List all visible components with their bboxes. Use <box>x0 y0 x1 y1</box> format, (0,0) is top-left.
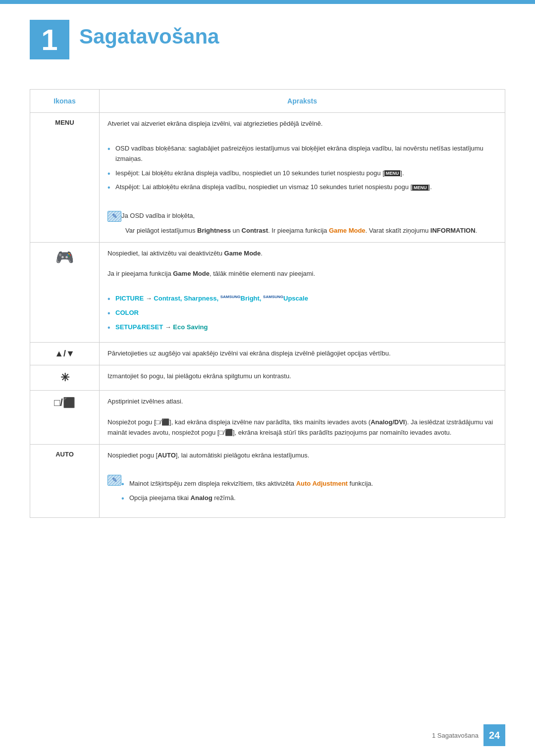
analog-dvi-text: Analog/DVI <box>371 418 405 426</box>
chapter-title: Sagatavošana <box>79 20 219 49</box>
table-row: MENU Atveriet vai aizveriet ekrāna displ… <box>30 113 505 242</box>
up-down-arrow-icon: ▲/▼ <box>54 349 75 358</box>
icon-cell-sun: ✳ <box>30 365 100 391</box>
picture-text: PICTURE <box>115 295 144 302</box>
game-mode-text: Game Mode <box>329 227 366 234</box>
arrow-text2: → <box>165 323 173 331</box>
game-mode-bold2: Game Mode <box>173 270 210 277</box>
footer-page-number: 24 <box>483 724 505 746</box>
magic-bright: Bright, <box>241 295 262 302</box>
monitor-desc-p1: Apstipriniet izvēlnes atlasi. <box>107 397 497 407</box>
brightness-text: Brightness <box>197 227 231 234</box>
desc-cell-menu: Atveriet vai aizveriet ekrāna displeja i… <box>100 113 505 242</box>
note-box: Ja OSD vadība ir bloķēta, <box>107 211 497 222</box>
gamepad-icon: 🎮 <box>55 249 74 266</box>
list-item: COLOR <box>107 306 497 320</box>
menu-icon-label: MENU <box>55 119 74 126</box>
auto-bold: AUTO <box>158 452 176 459</box>
main-table: Ikonas Apraksts MENU Atveriet vai aizver… <box>30 89 505 518</box>
gamepad-bullet-list: PICTURE → Contrast, Sharpness, SAMSUNGBr… <box>107 290 497 336</box>
auto-desc-p1: Nospiediet pogu [AUTO], lai automātiski … <box>107 451 497 461</box>
samsung-super1: SAMSUNG <box>220 295 241 299</box>
menu-bullet-list: OSD vadības bloķēšana: saglabājiet pašre… <box>107 140 497 197</box>
color-text: COLOR <box>115 309 139 316</box>
table-row: 🎮 Nospiediet, lai aktivizētu vai deaktiv… <box>30 242 505 343</box>
icon-cell-menu: MENU <box>30 113 100 242</box>
menu-tag: MENU <box>384 170 401 176</box>
desc-cell-auto: Nospiediet pogu [AUTO], lai automātiski … <box>100 444 505 517</box>
list-item: OSD vadības bloķēšana: saglabājiet pašre… <box>107 142 497 166</box>
menu-desc-p1: Atveriet vai aizveriet ekrāna displeja i… <box>107 119 497 129</box>
table-row: AUTO Nospiediet pogu [AUTO], lai automāt… <box>30 444 505 517</box>
table-row: □/⬛ Apstipriniet izvēlnes atlasi. Nospie… <box>30 391 505 444</box>
auto-adjustment-text: Auto Adjustment <box>296 480 348 487</box>
analog-text: Analog <box>191 494 213 502</box>
contrast-sharp-text: Contrast, Sharpness, <box>154 295 218 302</box>
icon-cell-monitor: □/⬛ <box>30 391 100 444</box>
menu-tag: MENU <box>412 185 428 191</box>
icon-cell-gamepad: 🎮 <box>30 242 100 343</box>
setup-reset-text: SETUP&RESET <box>115 323 163 331</box>
table-header-desc: Apraksts <box>100 90 505 113</box>
samsung-super2: SAMSUNG <box>263 295 283 299</box>
note-text: Ja OSD vadība ir bloķēta, <box>121 211 195 221</box>
desc-cell-arrows: Pārvietojieties uz augšējo vai apakšējo … <box>100 343 505 365</box>
magic-upscale: Upscale <box>283 295 308 302</box>
list-item: Iespējot: Lai bloķētu ekrāna displeja va… <box>107 166 497 181</box>
sun-icon: ✳ <box>60 371 69 384</box>
list-item: SETUP&RESET → Eco Saving <box>107 320 497 335</box>
desc-cell-monitor: Apstipriniet izvēlnes atlasi. Nospiežot … <box>100 391 505 444</box>
icon-cell-auto: AUTO <box>30 444 100 517</box>
note-box-auto: Mainot izšķirtspēju zem displeja rekvizī… <box>107 475 497 507</box>
chapter-number: 1 <box>30 20 69 59</box>
arrow-text: → <box>146 295 154 302</box>
chapter-header: 1 Sagatavošana <box>0 0 535 69</box>
list-item: Atspējot: Lai atbloķētu ekrāna displeja … <box>107 180 497 195</box>
sun-desc: Izmantojiet šo pogu, lai pielāgotu ekrān… <box>107 371 497 382</box>
icon-cell-arrows: ▲/▼ <box>30 343 100 365</box>
monitor-icon: □/⬛ <box>54 397 75 408</box>
game-mode-bold: Game Mode <box>224 250 261 257</box>
sub-note: Var pielāgot iestatījumus Brightness un … <box>125 226 497 236</box>
content-area: Ikonas Apraksts MENU Atveriet vai aizver… <box>0 69 535 548</box>
note-icon-auto <box>107 475 121 486</box>
list-item: Opcija pieejama tikai Analog režīmā. <box>121 491 497 505</box>
eco-saving-text: Eco Saving <box>173 323 208 331</box>
gamepad-desc-p1: Nospiediet, lai aktivizētu vai deaktiviz… <box>107 249 497 259</box>
list-item: Mainot izšķirtspēju zem displeja rekvizī… <box>121 477 497 491</box>
desc-cell-gamepad: Nospiediet, lai aktivizētu vai deaktiviz… <box>100 242 505 343</box>
table-header-icon: Ikonas <box>30 90 100 113</box>
note-icon <box>107 211 121 222</box>
arrows-desc: Pārvietojieties uz augšējo vai apakšējo … <box>107 349 497 359</box>
gamepad-desc-p2: Ja ir pieejama funkcija Game Mode, tālāk… <box>107 269 497 279</box>
contrast-text: Contrast <box>242 227 268 234</box>
table-row: ▲/▼ Pārvietojieties uz augšējo vai apakš… <box>30 343 505 365</box>
list-item: PICTURE → Contrast, Sharpness, SAMSUNGBr… <box>107 292 497 306</box>
page-footer: 1 Sagatavošana 24 <box>0 724 535 746</box>
footer-chapter-text: 1 Sagatavošana <box>432 732 479 739</box>
monitor-desc-p2: Nospiežot pogu [□/⬛], kad ekrāna displej… <box>107 417 497 438</box>
table-row: ✳ Izmantojiet šo pogu, lai pielāgotu ekr… <box>30 365 505 391</box>
desc-cell-sun: Izmantojiet šo pogu, lai pielāgotu ekrān… <box>100 365 505 391</box>
auto-bullet-list: Mainot izšķirtspēju zem displeja rekvizī… <box>121 475 497 507</box>
auto-icon-label: AUTO <box>55 451 74 458</box>
information-text: INFORMATION <box>430 227 476 234</box>
page-container: 1 Sagatavošana Ikonas Apraksts MENU Atve… <box>0 0 535 756</box>
